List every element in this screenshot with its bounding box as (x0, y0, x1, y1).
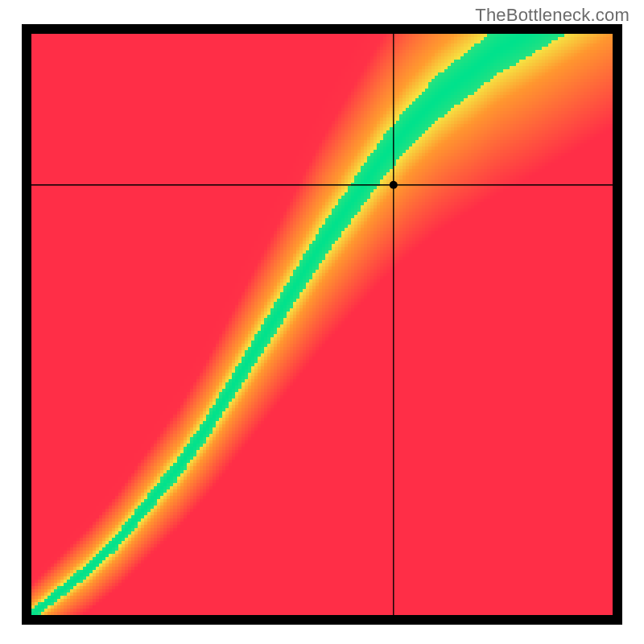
crosshair-overlay (31, 34, 613, 615)
chart-frame (22, 24, 622, 625)
heatmap-plot (31, 34, 613, 615)
watermark-text: TheBottleneck.com (475, 5, 630, 26)
marker-dot (390, 181, 398, 189)
